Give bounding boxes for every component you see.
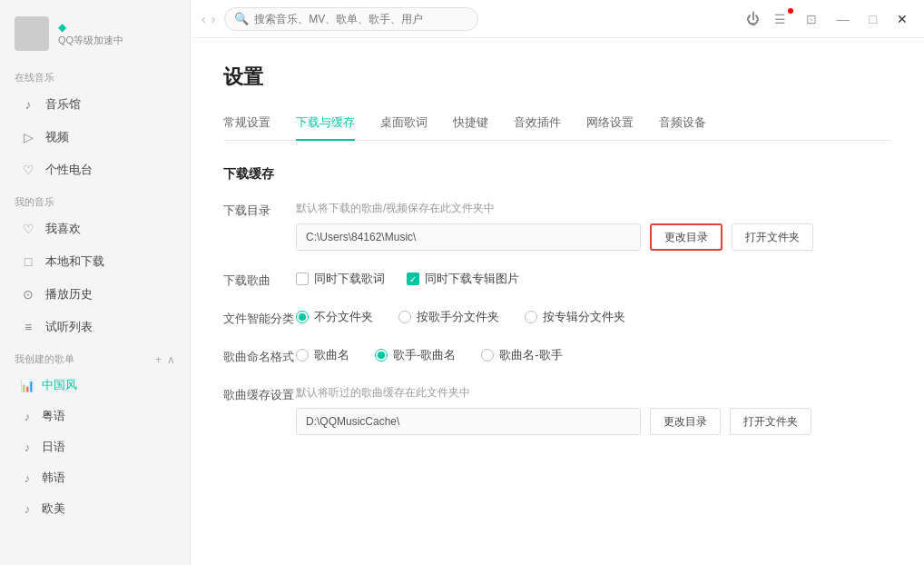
back-arrow[interactable]: ‹ [202, 12, 206, 26]
chinese-wind-icon: 📊 [20, 379, 34, 392]
sidebar-item-video[interactable]: ▷ 视频 [5, 122, 184, 153]
tab-desktop-lyrics[interactable]: 桌面歌词 [380, 107, 428, 140]
playlist-actions[interactable]: + ∧ [155, 353, 175, 366]
sidebar-item-label: 个性电台 [45, 162, 93, 178]
tab-shortcuts[interactable]: 快捷键 [453, 107, 488, 140]
format-artist-songname-radio[interactable] [375, 349, 388, 362]
my-music-section-label: 我的音乐 [0, 186, 190, 213]
maximize-button[interactable]: □ [864, 10, 882, 28]
playlist-item-japanese[interactable]: ♪ 日语 [5, 432, 184, 461]
format-artist-songname-label: 歌手-歌曲名 [393, 347, 456, 363]
playlist-label: 日语 [42, 439, 65, 455]
playlist-item-cantonese[interactable]: ♪ 粤语 [5, 401, 184, 431]
playlist-label: 韩语 [42, 470, 65, 486]
titlebar: ‹ › 🔍 ⏻ ☰ ⊡ — □ ✕ [191, 0, 924, 38]
sidebar-item-local-download[interactable]: □ 本地和下载 [5, 246, 184, 277]
tab-download-cache[interactable]: 下载与缓存 [296, 107, 355, 140]
format-song-name-radio[interactable] [296, 349, 309, 362]
download-album-art-label: 同时下载专辑图片 [425, 271, 519, 287]
user-vip: ◆ [58, 21, 123, 34]
cache-open-folder-button[interactable]: 打开文件夹 [730, 408, 811, 435]
add-playlist-icon[interactable]: + [155, 353, 162, 366]
format-songname-artist-label: 歌曲名-歌手 [499, 347, 562, 363]
sidebar-item-trylist[interactable]: ≡ 试听列表 [5, 312, 184, 342]
minimize-button[interactable]: — [831, 10, 855, 28]
sidebar-item-label: 试听列表 [45, 319, 93, 335]
tab-general[interactable]: 常规设置 [223, 107, 270, 140]
sidebar-item-favorites[interactable]: ♡ 我喜欢 [5, 213, 184, 244]
tab-sound-plugins[interactable]: 音效插件 [514, 107, 561, 140]
user-status: QQ等级加速中 [58, 34, 123, 47]
playlist-label: 粤语 [42, 408, 65, 424]
section-title: 下载缓存 [223, 166, 891, 183]
open-folder-button[interactable]: 打开文件夹 [732, 223, 813, 251]
avatar [15, 16, 49, 51]
file-sort-label: 文件智能分类 [223, 309, 296, 327]
cache-change-dir-button[interactable]: 更改目录 [650, 408, 721, 435]
video-icon: ▷ [20, 129, 36, 145]
playlist-item-chinese-wind[interactable]: 📊 中国风 [5, 371, 184, 400]
format-songname-artist-option[interactable]: 歌曲名-歌手 [481, 347, 562, 363]
download-lyrics-option[interactable]: 同时下载歌词 [296, 271, 385, 287]
playlist-item-western[interactable]: ♪ 欧美 [5, 494, 184, 523]
cache-path-text: D:\QQMusicCache\ [306, 415, 399, 428]
filename-format-content: 歌曲名 歌手-歌曲名 歌曲名-歌手 [296, 347, 891, 363]
sidebar-item-label: 本地和下载 [45, 253, 104, 270]
file-sort-content: 不分文件夹 按歌手分文件夹 按专辑分文件夹 [296, 309, 891, 325]
format-song-name-label: 歌曲名 [314, 347, 349, 363]
download-dir-row: 下载目录 默认将下载的歌曲/视频保存在此文件夹中 C:\Users\84162\… [223, 201, 891, 251]
cache-settings-hint: 默认将听过的歌曲缓存在此文件夹中 [296, 385, 891, 401]
vip-icon: ◆ [58, 21, 66, 34]
search-input[interactable] [254, 13, 468, 25]
download-album-art-option[interactable]: 同时下载专辑图片 [407, 271, 519, 287]
sort-by-album-option[interactable]: 按专辑分文件夹 [525, 309, 625, 325]
forward-arrow[interactable]: › [211, 12, 216, 26]
search-icon: 🔍 [234, 12, 249, 25]
sort-by-artist-option[interactable]: 按歌手分文件夹 [398, 309, 499, 325]
playlist-label: 中国风 [42, 377, 77, 393]
format-artist-songname-option[interactable]: 歌手-歌曲名 [375, 347, 456, 363]
sort-by-artist-radio[interactable] [398, 311, 411, 323]
format-songname-artist-radio[interactable] [481, 349, 494, 362]
sidebar-item-history[interactable]: ⊙ 播放历史 [5, 279, 184, 310]
user-info: ◆ QQ等级加速中 [58, 21, 123, 47]
cache-settings-content: 默认将听过的歌曲缓存在此文件夹中 D:\QQMusicCache\ 更改目录 打… [296, 385, 891, 435]
sort-no-folder-radio[interactable] [296, 311, 309, 323]
download-song-options: 同时下载歌词 同时下载专辑图片 [296, 271, 891, 287]
local-download-icon: □ [20, 253, 36, 270]
file-sort-row: 文件智能分类 不分文件夹 按歌手分文件夹 按专辑分文件夹 [223, 309, 891, 327]
power-icon[interactable]: ⏻ [746, 11, 760, 26]
sort-by-artist-label: 按歌手分文件夹 [417, 309, 499, 325]
sort-no-folder-option[interactable]: 不分文件夹 [296, 309, 373, 325]
tab-network[interactable]: 网络设置 [586, 107, 634, 140]
close-button[interactable]: ✕ [891, 10, 913, 28]
download-dir-content: 默认将下载的歌曲/视频保存在此文件夹中 C:\Users\84162\Music… [296, 201, 891, 251]
korean-icon: ♪ [20, 471, 34, 485]
download-dir-hint: 默认将下载的歌曲/视频保存在此文件夹中 [296, 201, 891, 216]
tab-audio-device[interactable]: 音频设备 [659, 107, 706, 140]
cache-settings-label: 歌曲缓存设置 [223, 385, 296, 403]
search-bar[interactable]: 🔍 [224, 7, 478, 31]
sidebar-item-music-hall[interactable]: ♪ 音乐馆 [5, 89, 184, 120]
restore-button[interactable]: ⊡ [801, 10, 822, 28]
favorites-icon: ♡ [20, 221, 36, 237]
playlist-item-korean[interactable]: ♪ 韩语 [5, 463, 184, 492]
collapse-icon[interactable]: ∧ [167, 353, 175, 366]
download-song-label: 下载歌曲 [223, 271, 296, 289]
download-path-box: C:\Users\84162\Music\ [296, 223, 641, 251]
file-sort-options: 不分文件夹 按歌手分文件夹 按专辑分文件夹 [296, 309, 891, 325]
sort-by-album-radio[interactable] [525, 311, 537, 323]
user-profile[interactable]: ◆ QQ等级加速中 [0, 7, 190, 62]
change-dir-button[interactable]: 更改目录 [650, 223, 722, 251]
main-content: ‹ › 🔍 ⏻ ☰ ⊡ — □ ✕ 设置 常规设置 下载与缓存 桌面歌词 快捷键 [191, 0, 924, 565]
sidebar-item-label: 我喜欢 [45, 221, 81, 237]
format-song-name-option[interactable]: 歌曲名 [296, 347, 349, 363]
page-title: 设置 [223, 64, 891, 91]
download-lyrics-checkbox[interactable] [296, 273, 309, 285]
download-path-row: C:\Users\84162\Music\ 更改目录 打开文件夹 [296, 223, 891, 251]
menu-button[interactable]: ☰ [769, 10, 791, 28]
page-content: 设置 常规设置 下载与缓存 桌面歌词 快捷键 音效插件 网络设置 音频设备 下载… [191, 38, 924, 565]
download-album-art-checkbox[interactable] [407, 273, 419, 285]
sidebar-item-personal-radio[interactable]: ♡ 个性电台 [5, 154, 184, 185]
filename-format-label: 歌曲命名格式 [223, 347, 296, 365]
